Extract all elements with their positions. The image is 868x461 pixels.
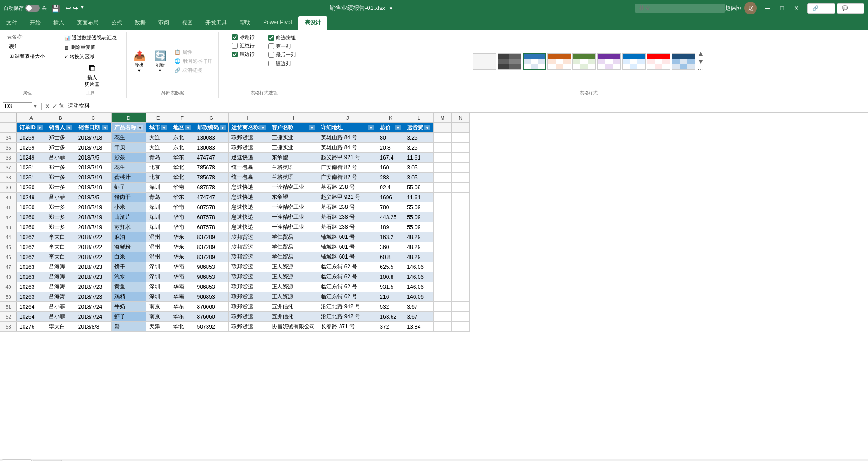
table-cell[interactable]: 温州 <box>146 252 170 262</box>
table-cell[interactable]: 蟹 <box>111 322 146 332</box>
row-number[interactable]: 34 <box>0 133 17 143</box>
resize-table-button[interactable]: ⊞ 调整表格大小 <box>7 52 47 61</box>
tab-developer[interactable]: 开发工具 <box>199 16 233 30</box>
row-number[interactable]: 38 <box>0 173 17 183</box>
cell-reference[interactable] <box>3 102 32 110</box>
table-cell[interactable]: 2018/7/5 <box>75 153 111 163</box>
tab-tabledesign[interactable]: 表设计 <box>298 16 327 30</box>
sheet-tab-ops[interactable]: 操作区 <box>33 460 62 461</box>
table-cell[interactable]: 大连 <box>146 143 170 153</box>
row-number[interactable]: 39 <box>0 183 17 193</box>
table-cell[interactable]: 李太白 <box>46 322 75 332</box>
table-cell[interactable]: 687578 <box>194 183 229 193</box>
table-cell[interactable]: 2018/7/18 <box>75 133 111 143</box>
table-row[interactable]: 4610262李太白2018/7/22白米温州华东837209联邦货运学仁贸易辅… <box>0 252 470 262</box>
table-cell[interactable]: 东北 <box>170 143 194 153</box>
table-cell[interactable]: 2018/7/22 <box>75 232 111 242</box>
table-cell[interactable]: 华北 <box>170 163 194 173</box>
col-header-H[interactable]: H <box>229 113 269 123</box>
confirm-formula-icon[interactable]: ✓ <box>52 103 57 110</box>
table-cell[interactable]: 10260 <box>17 212 46 222</box>
table-cell[interactable]: 广安南街 82 号 <box>318 163 377 173</box>
style-swatch-5[interactable] <box>572 53 596 70</box>
table-cell[interactable]: 北京 <box>146 163 170 173</box>
table-cell[interactable]: 长春路 371 号 <box>318 322 377 332</box>
table-cell[interactable]: 837209 <box>194 252 229 262</box>
table-cell[interactable]: 沿江北路 942 号 <box>318 312 377 322</box>
table-cell[interactable]: 联邦货运 <box>229 312 269 322</box>
autosave-toggle[interactable] <box>25 5 40 12</box>
table-cell[interactable]: 南京 <box>146 302 170 312</box>
table-cell[interactable]: 2018/7/5 <box>75 193 111 202</box>
table-cell[interactable]: 906853 <box>194 292 229 302</box>
table-cell[interactable]: 一诠精密工业 <box>269 212 318 222</box>
table-cell[interactable]: 443.25 <box>377 212 404 222</box>
table-cell[interactable]: 10276 <box>17 322 46 332</box>
name-dropdown-icon[interactable]: ▼ <box>33 103 38 108</box>
table-cell[interactable]: 三捷实业 <box>269 133 318 143</box>
total-row-checkbox[interactable]: 汇总行 <box>230 42 256 50</box>
undo-icon[interactable]: ↩ <box>66 5 71 12</box>
table-row[interactable]: 4910263吕海涛2018/7/23黄鱼深圳华南906853联邦货运正人资源临… <box>0 282 470 292</box>
table-row[interactable]: 4010249吕小菲2018/7/5猪肉干青岛华东474747急速快递东帝望起义… <box>0 193 470 202</box>
tab-pagelayout[interactable]: 页面布局 <box>71 16 105 30</box>
filter-customer[interactable]: ▼ <box>309 125 315 130</box>
table-cell[interactable]: 黄鱼 <box>111 282 146 292</box>
th-orderid[interactable]: 订单ID▼ <box>17 123 46 133</box>
table-cell[interactable]: 联邦货运 <box>229 322 269 332</box>
table-cell[interactable]: 876060 <box>194 302 229 312</box>
table-cell[interactable]: 687578 <box>194 202 229 212</box>
table-cell[interactable]: 2018/7/19 <box>75 212 111 222</box>
convert-range-button[interactable]: ↙ 转换为区域 <box>61 52 97 61</box>
table-cell[interactable]: 华东 <box>170 312 194 322</box>
row-number[interactable]: 50 <box>0 292 17 302</box>
table-row[interactable]: 5310276李太白2018/8/8蟹天津华北507392联邦货运协昌妮绒有限公… <box>0 322 470 332</box>
table-cell[interactable]: 起义路甲 921 号 <box>318 193 377 202</box>
table-cell[interactable]: 吕小菲 <box>46 153 75 163</box>
table-cell[interactable]: 10263 <box>17 272 46 282</box>
table-cell[interactable]: 1696 <box>377 193 404 202</box>
table-cell[interactable]: 鸡精 <box>111 292 146 302</box>
table-cell[interactable]: 55.09 <box>404 212 434 222</box>
table-cell[interactable]: 深圳 <box>146 262 170 272</box>
table-cell[interactable]: 华南 <box>170 292 194 302</box>
table-cell[interactable]: 英雄山路 84 号 <box>318 143 377 153</box>
table-row[interactable]: 4410262李太白2018/7/22麻油温州华东837209联邦货运学仁贸易辅… <box>0 232 470 242</box>
table-cell[interactable]: 10259 <box>17 133 46 143</box>
col-header-B[interactable]: B <box>46 113 75 123</box>
filter-city[interactable]: ▼ <box>161 125 167 130</box>
col-header-G[interactable]: G <box>194 113 229 123</box>
share-button[interactable]: 🔗 共享 <box>807 3 835 14</box>
table-cell[interactable]: 780 <box>377 202 404 212</box>
table-cell[interactable]: 基石路 238 号 <box>318 183 377 193</box>
table-cell[interactable]: 一诠精密工业 <box>269 183 318 193</box>
browser-open-button[interactable]: 🌐 用浏览器打开 <box>172 57 215 66</box>
th-salesman[interactable]: 销售人▼ <box>46 123 75 133</box>
save-icon[interactable]: 💾 <box>51 4 60 13</box>
table-cell[interactable]: 837209 <box>194 232 229 242</box>
table-cell[interactable]: 郑士多 <box>46 133 75 143</box>
row-number[interactable]: 40 <box>0 193 17 202</box>
table-cell[interactable]: 931.5 <box>377 282 404 292</box>
table-cell[interactable]: 郑士多 <box>46 212 75 222</box>
table-cell[interactable]: 216 <box>377 292 404 302</box>
table-cell[interactable]: 532 <box>377 302 404 312</box>
th-city[interactable]: 城市▼ <box>146 123 170 133</box>
style-swatch-6[interactable] <box>597 53 621 70</box>
table-cell[interactable]: 785678 <box>194 163 229 173</box>
table-cell[interactable]: 2018/7/19 <box>75 173 111 183</box>
style-swatch-2[interactable] <box>498 53 521 70</box>
filter-address[interactable]: ▼ <box>368 125 374 130</box>
table-cell[interactable]: 10263 <box>17 262 46 272</box>
table-cell[interactable]: 小米 <box>111 202 146 212</box>
table-row[interactable]: 4510262李太白2018/7/22海鲜粉温州华东837209联邦货运学仁贸易… <box>0 242 470 252</box>
table-cell[interactable]: 189 <box>377 222 404 232</box>
row-number[interactable]: 41 <box>0 202 17 212</box>
row-number[interactable]: 36 <box>0 153 17 163</box>
table-row[interactable]: 5210264吕小菲2018/7/24虾子南京华东876060联邦货运五洲信托沿… <box>0 312 470 322</box>
th-total[interactable]: 总价▼ <box>377 123 404 133</box>
filter-product[interactable]: ▼ <box>137 125 143 130</box>
table-cell[interactable]: 163.62 <box>377 312 404 322</box>
row-number[interactable]: 49 <box>0 282 17 292</box>
row-number[interactable]: 51 <box>0 302 17 312</box>
